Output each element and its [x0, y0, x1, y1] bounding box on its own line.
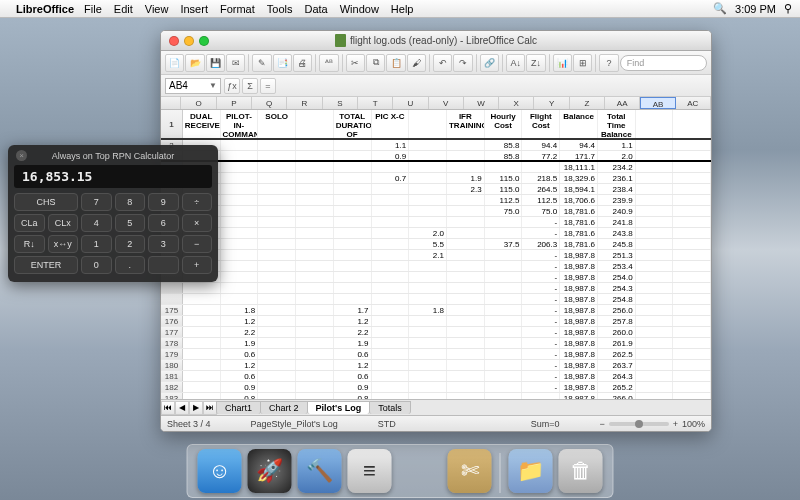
table-row[interactable]: 0.71.9115.0218.518,329.6236.1 [161, 173, 711, 184]
cell[interactable]: 2.2 [221, 327, 259, 337]
rpn-key-.[interactable]: . [115, 256, 146, 274]
cell[interactable] [258, 349, 296, 359]
cell[interactable]: 112.5 [522, 195, 560, 205]
cell[interactable] [673, 206, 711, 216]
cell[interactable] [221, 173, 259, 183]
cell[interactable] [673, 371, 711, 381]
cell[interactable]: - [522, 360, 560, 370]
cell[interactable] [221, 217, 259, 227]
cell[interactable]: 240.9 [598, 206, 636, 216]
cell[interactable]: 251.3 [598, 250, 636, 260]
rpn-key-1[interactable]: 1 [81, 235, 112, 253]
cell[interactable] [334, 250, 372, 260]
cell[interactable] [258, 305, 296, 315]
cell[interactable] [636, 316, 674, 326]
sum-button[interactable]: Σ [242, 78, 258, 94]
cell[interactable] [409, 173, 447, 183]
cell[interactable]: 0.7 [372, 173, 410, 183]
cell[interactable] [447, 393, 485, 399]
cell[interactable]: - [522, 283, 560, 293]
cell[interactable] [372, 294, 410, 304]
zoom-level[interactable]: 100% [682, 419, 705, 429]
cell[interactable] [372, 360, 410, 370]
cell[interactable] [334, 195, 372, 205]
row-header[interactable]: 1 [161, 110, 183, 138]
cell[interactable] [447, 327, 485, 337]
cell[interactable] [673, 283, 711, 293]
cell[interactable] [485, 261, 523, 271]
row-header[interactable]: 177 [161, 327, 183, 337]
cell[interactable] [372, 371, 410, 381]
cell[interactable] [296, 140, 334, 150]
cell[interactable]: 256.0 [598, 305, 636, 315]
cell[interactable] [372, 272, 410, 282]
cell[interactable] [334, 294, 372, 304]
rpn-key-2[interactable]: 2 [115, 235, 146, 253]
cell[interactable] [296, 228, 334, 238]
cell[interactable] [221, 195, 259, 205]
cell[interactable] [183, 371, 221, 381]
cell[interactable] [296, 206, 334, 216]
cell[interactable] [673, 195, 711, 205]
open-button[interactable]: 📂 [185, 54, 204, 72]
cell[interactable]: 18,781.6 [560, 206, 598, 216]
chevron-down-icon[interactable]: ▼ [209, 81, 217, 90]
cell[interactable] [447, 206, 485, 216]
cell[interactable] [296, 272, 334, 282]
cell[interactable] [183, 283, 221, 293]
header-cell[interactable] [296, 110, 334, 138]
cell[interactable] [221, 140, 259, 150]
cell[interactable] [485, 349, 523, 359]
cell[interactable] [409, 283, 447, 293]
cell[interactable]: 245.8 [598, 239, 636, 249]
cell[interactable] [372, 162, 410, 172]
cell[interactable] [409, 162, 447, 172]
sort-desc-button[interactable]: Z↓ [526, 54, 545, 72]
rpn-key-ENTER[interactable]: ENTER [14, 256, 78, 274]
app-name[interactable]: LibreOffice [16, 3, 74, 15]
format-paint-button[interactable]: 🖌 [407, 54, 426, 72]
cell[interactable]: 1.7 [334, 305, 372, 315]
cell[interactable]: 5.5 [409, 239, 447, 249]
cell[interactable] [447, 360, 485, 370]
cell[interactable]: - [522, 250, 560, 260]
cell[interactable]: 264.5 [522, 184, 560, 194]
cell[interactable]: 0.9 [334, 382, 372, 392]
menu-format[interactable]: Format [220, 3, 255, 15]
cell[interactable] [258, 360, 296, 370]
rpn-key-8[interactable]: 8 [115, 193, 146, 211]
cell[interactable] [673, 140, 711, 150]
cell[interactable] [409, 294, 447, 304]
cell[interactable] [485, 338, 523, 348]
cell[interactable]: 18,781.6 [560, 239, 598, 249]
cell[interactable] [673, 217, 711, 227]
rpn-key-blank[interactable] [148, 256, 179, 274]
cell[interactable] [673, 162, 711, 172]
cell[interactable]: 18,594.1 [560, 184, 598, 194]
cell[interactable] [372, 206, 410, 216]
cell[interactable] [296, 371, 334, 381]
spreadsheet-grid[interactable]: OPQRSTUVWXYZAAABAC 1DUAL RECEIVEDPILOT-I… [161, 97, 711, 399]
cell[interactable] [409, 327, 447, 337]
cell[interactable] [636, 217, 674, 227]
column-header[interactable]: AC [676, 97, 711, 109]
cell[interactable] [258, 371, 296, 381]
cell[interactable] [334, 228, 372, 238]
cell[interactable] [221, 250, 259, 260]
cell[interactable] [636, 360, 674, 370]
cell[interactable] [447, 151, 485, 160]
cell[interactable]: 18,781.6 [560, 217, 598, 227]
cell[interactable]: 2.0 [598, 151, 636, 160]
first-sheet-button[interactable]: ⏮ [161, 401, 175, 415]
rpn-key-x↔y[interactable]: x↔y [48, 235, 79, 253]
column-header[interactable]: AB [640, 97, 675, 109]
cell[interactable]: 18,987.8 [560, 294, 598, 304]
cell-reference-input[interactable]: AB4▼ [165, 78, 221, 94]
table-row[interactable]: -18,781.6241.8 [161, 217, 711, 228]
cell[interactable] [636, 184, 674, 194]
cell[interactable]: 253.4 [598, 261, 636, 271]
cell[interactable] [447, 195, 485, 205]
paste-button[interactable]: 📋 [386, 54, 405, 72]
cell[interactable] [485, 360, 523, 370]
cell[interactable] [258, 338, 296, 348]
